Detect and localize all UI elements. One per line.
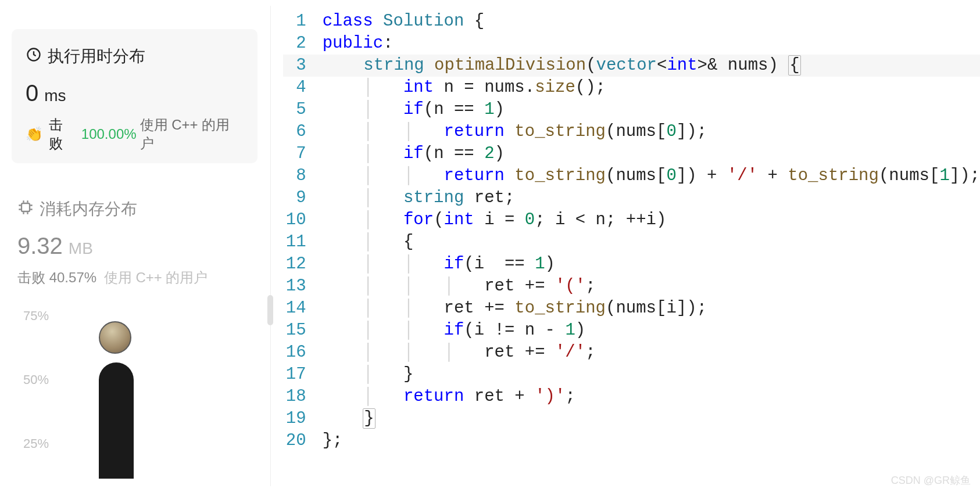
runtime-value-unit: ms [44,87,66,105]
runtime-beat-suffix: 使用 C++ 的用户 [140,116,244,153]
line-number: 10 [283,209,323,231]
line-number: 7 [283,143,323,165]
memory-beat-suffix: 使用 C++ 的用户 [104,270,208,285]
code-content[interactable]: │ { [323,231,414,253]
code-content[interactable]: │ string ret; [323,187,515,209]
code-content[interactable]: │ │ if(i == 1) [323,253,555,275]
code-content[interactable]: │ │ return to_string(nums[0]) + '/' + to… [323,165,980,187]
ytick-25: 25% [23,436,49,451]
distribution-chart[interactable]: 75% 50% 25% [17,316,252,479]
code-content[interactable]: │ │ ret += to_string(nums[i]); [323,297,707,319]
line-number: 1 [283,10,323,33]
memory-beat-pct: 40.57% [49,270,96,285]
code-content[interactable]: class Solution { [323,10,484,33]
line-number: 9 [283,187,323,209]
line-number: 6 [283,121,323,143]
code-content[interactable]: │ │ │ ret += '/'; [323,342,596,364]
memory-title: 消耗内存分布 [17,198,252,220]
memory-beat-prefix: 击败 [17,270,45,285]
code-line[interactable]: 7 │ if(n == 2) [283,143,980,165]
code-line[interactable]: 15 │ │ if(i != n - 1) [283,319,980,342]
code-content[interactable]: │ int n = nums.size(); [323,77,606,99]
code-content[interactable]: │ return ret + ')'; [323,386,575,408]
code-line[interactable]: 5 │ if(n == 1) [283,99,980,121]
distribution-bar[interactable] [99,362,134,479]
runtime-value-number: 0 [26,80,38,106]
code-line[interactable]: 17 │ } [283,364,980,386]
runtime-card[interactable]: 执行用时分布 0 ms 👏 击败 100.00% 使用 C++ 的用户 [12,29,257,163]
line-number: 18 [283,386,323,408]
runtime-title: 执行用时分布 [26,45,244,67]
code-content[interactable]: │ for(int i = 0; i < n; ++i) [323,209,667,231]
memory-section[interactable]: 消耗内存分布 9.32 MB 击败 40.57% 使用 C++ 的用户 75% … [12,198,257,479]
code-line[interactable]: 8 │ │ return to_string(nums[0]) + '/' + … [283,165,980,187]
code-editor[interactable]: 1class Solution {2public:3 string optima… [269,0,980,492]
line-number: 2 [283,33,323,55]
code-content[interactable]: │ } [323,364,414,386]
line-number: 17 [283,364,323,386]
avatar[interactable] [99,321,131,354]
code-content[interactable]: }; [323,430,343,452]
code-content[interactable]: │ if(n == 1) [323,99,505,121]
clock-icon [26,46,42,67]
code-line[interactable]: 18 │ return ret + ')'; [283,386,980,408]
code-line[interactable]: 19 } [283,408,980,430]
line-number: 12 [283,253,323,275]
line-number: 8 [283,165,323,187]
line-number: 13 [283,275,323,297]
code-line[interactable]: 12 │ │ if(i == 1) [283,253,980,275]
code-line[interactable]: 6 │ │ return to_string(nums[0]); [283,121,980,143]
code-content[interactable]: │ │ if(i != n - 1) [323,319,586,342]
code-content[interactable]: │ │ return to_string(nums[0]); [323,121,707,143]
memory-value: 9.32 MB [17,233,252,259]
runtime-beat-pct: 100.00% [81,126,137,142]
code-content[interactable]: public: [323,33,394,55]
code-line[interactable]: 4 │ int n = nums.size(); [283,77,980,99]
chip-icon [17,199,34,220]
code-line[interactable]: 20}; [283,430,980,452]
line-number: 5 [283,99,323,121]
runtime-value: 0 ms [26,80,244,106]
code-content[interactable]: │ if(n == 2) [323,143,505,165]
code-line[interactable]: 3 string optimalDivision(vector<int>& nu… [283,55,980,77]
code-content[interactable]: │ │ │ ret += '('; [323,275,596,297]
line-number: 3 [283,55,323,77]
runtime-title-text: 执行用时分布 [48,45,145,67]
stats-panel: 执行用时分布 0 ms 👏 击败 100.00% 使用 C++ 的用户 消耗内存… [0,0,269,492]
code-line[interactable]: 1class Solution { [283,10,980,33]
code-line[interactable]: 10 │ for(int i = 0; i < n; ++i) [283,209,980,231]
line-number: 11 [283,231,323,253]
code-line[interactable]: 2public: [283,33,980,55]
clap-icon: 👏 [26,126,43,142]
line-number: 16 [283,342,323,364]
memory-value-unit: MB [69,239,93,258]
memory-title-text: 消耗内存分布 [40,198,137,220]
runtime-beat: 👏 击败 100.00% 使用 C++ 的用户 [26,116,244,153]
code-line[interactable]: 14 │ │ ret += to_string(nums[i]); [283,297,980,319]
code-line[interactable]: 16 │ │ │ ret += '/'; [283,342,980,364]
code-content[interactable]: string optimalDivision(vector<int>& nums… [323,55,801,77]
line-number: 4 [283,77,323,99]
line-number: 19 [283,408,323,430]
line-number: 14 [283,297,323,319]
svg-rect-1 [22,203,30,211]
watermark: CSDN @GR鲸鱼 [891,473,971,487]
code-line[interactable]: 13 │ │ │ ret += '('; [283,275,980,297]
memory-beat: 击败 40.57% 使用 C++ 的用户 [17,268,252,287]
code-line[interactable]: 11 │ { [283,231,980,253]
ytick-75: 75% [23,308,49,324]
memory-value-number: 9.32 [17,233,63,259]
line-number: 20 [283,430,323,452]
code-content[interactable]: } [323,408,375,430]
ytick-50: 50% [23,372,49,387]
code-line[interactable]: 9 │ string ret; [283,187,980,209]
runtime-beat-prefix: 击败 [49,116,77,153]
line-number: 15 [283,319,323,342]
